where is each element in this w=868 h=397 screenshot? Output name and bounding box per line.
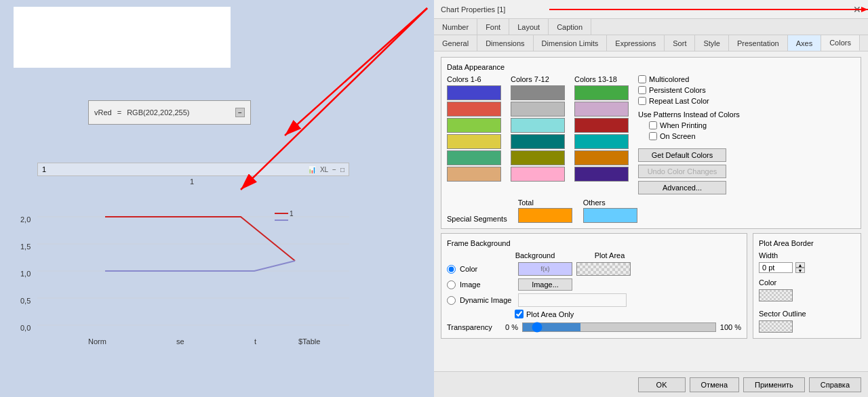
tab-presentation[interactable]: Presentation xyxy=(729,35,788,51)
icon-min: − xyxy=(332,166,336,173)
color-swatch-18[interactable] xyxy=(574,167,629,182)
bottom-sections: Frame Background Background Plot Area Co… xyxy=(441,233,861,339)
width-label: Width xyxy=(759,251,778,259)
color-swatch-14[interactable] xyxy=(574,102,629,117)
image-button[interactable]: Image... xyxy=(518,278,572,291)
on-screen-checkbox[interactable] xyxy=(649,132,657,140)
close-button[interactable]: ✕ xyxy=(853,4,861,15)
color-swatch-1[interactable] xyxy=(447,85,501,100)
color-swatch-12[interactable] xyxy=(511,167,565,182)
color-swatch-15[interactable] xyxy=(574,118,629,133)
multicolored-checkbox[interactable] xyxy=(638,75,646,83)
variable-label: vRed xyxy=(94,108,112,117)
repeat-last-color-row: Repeat Last Color xyxy=(638,97,855,105)
tab-layout[interactable]: Layout xyxy=(509,19,549,35)
row-number: 1 xyxy=(42,165,46,173)
multicolored-row: Multicolored xyxy=(638,75,855,83)
icon-box: □ xyxy=(340,166,344,173)
icon-chart: 📊 xyxy=(308,166,316,173)
total-group: Total xyxy=(518,198,572,223)
bg-color-swatch[interactable]: f(x) xyxy=(518,262,572,276)
sector-outline-swatch[interactable] xyxy=(759,320,793,333)
when-printing-row: When Printing xyxy=(649,121,855,129)
dialog-title: Chart Properties [1] xyxy=(441,5,853,14)
tab-dimensions[interactable]: Dimensions xyxy=(477,35,533,51)
tab-caption[interactable]: Caption xyxy=(549,19,591,35)
dynamic-image-radio-row: Dynamic Image xyxy=(447,293,741,307)
color-swatch-10[interactable] xyxy=(511,134,565,149)
tab-font[interactable]: Font xyxy=(477,19,509,35)
color-swatch-2[interactable] xyxy=(447,102,501,117)
repeat-last-color-checkbox[interactable] xyxy=(638,97,646,105)
color-swatch-7[interactable] xyxy=(511,85,565,100)
color-radio[interactable] xyxy=(447,265,456,274)
tab-sort[interactable]: Sort xyxy=(665,35,695,51)
image-radio[interactable] xyxy=(447,280,456,289)
pab-title: Plot Area Border xyxy=(759,239,855,247)
tab-expressions[interactable]: Expressions xyxy=(607,35,665,51)
width-input[interactable] xyxy=(759,262,793,273)
tab-dimension-limits[interactable]: Dimension Limits xyxy=(534,35,608,51)
plot-area-only-checkbox[interactable] xyxy=(515,310,524,318)
width-down-button[interactable]: ▼ xyxy=(795,268,805,273)
pab-color-swatch[interactable] xyxy=(759,289,793,301)
cancel-button[interactable]: Отмена xyxy=(690,377,739,392)
help-button[interactable]: Справка xyxy=(809,377,861,392)
ok-button[interactable]: OK xyxy=(638,377,686,392)
advanced-button[interactable]: Advanced... xyxy=(638,181,726,194)
color-swatch-3[interactable] xyxy=(447,118,501,133)
color-swatch-9[interactable] xyxy=(511,118,565,133)
color-radio-row: Color f(x) xyxy=(447,262,741,276)
color-swatch-4[interactable] xyxy=(447,134,501,149)
on-screen-label: On Screen xyxy=(660,132,696,140)
transparency-slider[interactable] xyxy=(522,322,716,332)
total-color-swatch[interactable] xyxy=(518,208,572,223)
repeat-last-color-label: Repeat Last Color xyxy=(649,97,709,105)
plot-area-color-swatch[interactable] xyxy=(576,262,631,276)
get-default-colors-button[interactable]: Get Default Colors xyxy=(638,148,726,162)
dynamic-image-radio[interactable] xyxy=(447,296,456,305)
action-buttons: Get Default Colors Undo Color Changes Ad… xyxy=(638,148,855,194)
when-printing-label: When Printing xyxy=(660,121,707,129)
tab-number[interactable]: Number xyxy=(434,19,477,35)
color-swatch-17[interactable] xyxy=(574,150,629,165)
svg-marker-12 xyxy=(861,7,868,12)
tab-colors[interactable]: Colors xyxy=(821,35,860,51)
persistent-colors-checkbox[interactable] xyxy=(638,86,646,94)
color-swatch-11[interactable] xyxy=(511,150,565,165)
tab-style[interactable]: Style xyxy=(695,35,728,51)
dynamic-image-input[interactable] xyxy=(518,293,627,307)
color-swatch-16[interactable] xyxy=(574,134,629,149)
image-radio-row: Image Image... xyxy=(447,278,741,291)
tab-general[interactable]: General xyxy=(434,35,477,51)
color-swatch-8[interactable] xyxy=(511,102,565,117)
width-up-button[interactable]: ▲ xyxy=(795,262,805,268)
frame-bg-title: Frame Background xyxy=(447,239,741,247)
y-label-15: 1,5 xyxy=(20,243,31,251)
chart-properties-panel: Chart Properties [1] ✕ Number Font Layou… xyxy=(434,0,868,397)
col-colors-1-6: Colors 1-6 xyxy=(447,75,501,183)
chart-white-box xyxy=(14,7,231,68)
sector-outline-label: Sector Outline xyxy=(759,310,855,318)
width-input-row: ▲ ▼ xyxy=(759,262,855,273)
chart-area: vRed = RGB(202,202,255) − 1 📊 XL − □ 1 2… xyxy=(0,0,434,397)
color-swatch-13[interactable] xyxy=(574,85,629,100)
pab-color-label: Color xyxy=(759,278,855,287)
tab-row-1: Number Font Layout Caption xyxy=(434,19,868,35)
minus-button[interactable]: − xyxy=(235,108,245,117)
plot-area-border-section: Plot Area Border Width ▲ ▼ Color Sector … xyxy=(753,233,861,339)
tab-row-2: General Dimensions Dimension Limits Expr… xyxy=(434,35,868,51)
patterns-title: Use Patterns Instead of Colors xyxy=(638,110,855,119)
col-colors-7-12: Colors 7-12 xyxy=(511,75,565,183)
color-swatch-5[interactable] xyxy=(447,150,501,165)
chart-svg: 1 xyxy=(37,180,349,339)
transparency-label: Transparency xyxy=(447,323,501,331)
plot-area-header: Plot Area xyxy=(583,251,637,259)
others-label: Others xyxy=(583,198,637,207)
undo-color-changes-button[interactable]: Undo Color Changes xyxy=(638,165,726,178)
tab-axes[interactable]: Axes xyxy=(788,35,821,51)
others-color-swatch[interactable] xyxy=(583,208,637,223)
color-swatch-6[interactable] xyxy=(447,167,501,182)
when-printing-checkbox[interactable] xyxy=(649,121,657,129)
apply-button[interactable]: Применить xyxy=(743,377,805,392)
